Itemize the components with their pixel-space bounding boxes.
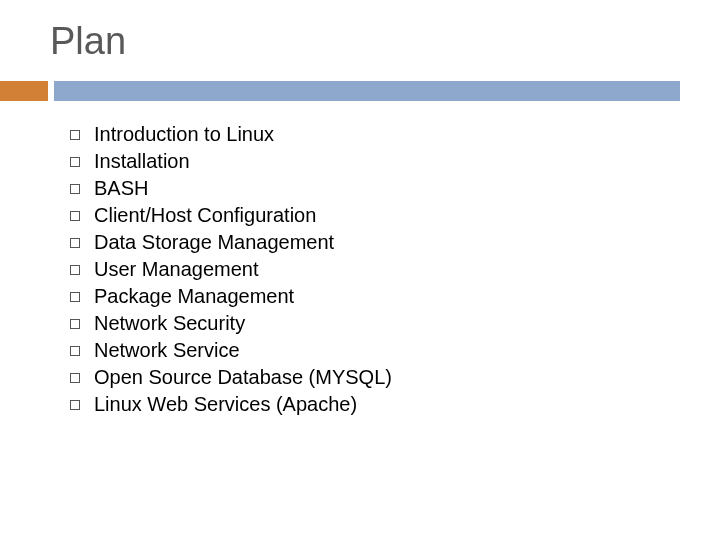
bullet-label: Introduction to Linux <box>94 121 274 148</box>
bullet-label: Linux Web Services (Apache) <box>94 391 357 418</box>
bullet-square-icon <box>70 292 80 302</box>
bullet-square-icon <box>70 157 80 167</box>
bullet-list: Introduction to Linux Installation BASH … <box>70 121 680 418</box>
bullet-square-icon <box>70 373 80 383</box>
list-item: Network Security <box>70 310 680 337</box>
list-item: Linux Web Services (Apache) <box>70 391 680 418</box>
list-item: Installation <box>70 148 680 175</box>
slide-title: Plan <box>50 20 680 63</box>
bullet-label: BASH <box>94 175 148 202</box>
list-item: Network Service <box>70 337 680 364</box>
bullet-square-icon <box>70 211 80 221</box>
divider-bar <box>54 81 680 101</box>
bullet-label: Client/Host Configuration <box>94 202 316 229</box>
bullet-label: Package Management <box>94 283 294 310</box>
bullet-label: User Management <box>94 256 259 283</box>
bullet-square-icon <box>70 265 80 275</box>
list-item: Introduction to Linux <box>70 121 680 148</box>
bullet-square-icon <box>70 319 80 329</box>
divider <box>0 81 720 101</box>
list-item: Data Storage Management <box>70 229 680 256</box>
bullet-label: Open Source Database (MYSQL) <box>94 364 392 391</box>
list-item: User Management <box>70 256 680 283</box>
bullet-label: Installation <box>94 148 190 175</box>
list-item: BASH <box>70 175 680 202</box>
content-area: Introduction to Linux Installation BASH … <box>40 121 680 418</box>
list-item: Package Management <box>70 283 680 310</box>
slide-container: Plan Introduction to Linux Installation … <box>0 0 720 540</box>
bullet-label: Network Security <box>94 310 245 337</box>
divider-accent-block <box>0 81 48 101</box>
bullet-label: Network Service <box>94 337 240 364</box>
bullet-square-icon <box>70 400 80 410</box>
bullet-square-icon <box>70 130 80 140</box>
bullet-square-icon <box>70 184 80 194</box>
list-item: Open Source Database (MYSQL) <box>70 364 680 391</box>
bullet-label: Data Storage Management <box>94 229 334 256</box>
bullet-square-icon <box>70 346 80 356</box>
list-item: Client/Host Configuration <box>70 202 680 229</box>
bullet-square-icon <box>70 238 80 248</box>
